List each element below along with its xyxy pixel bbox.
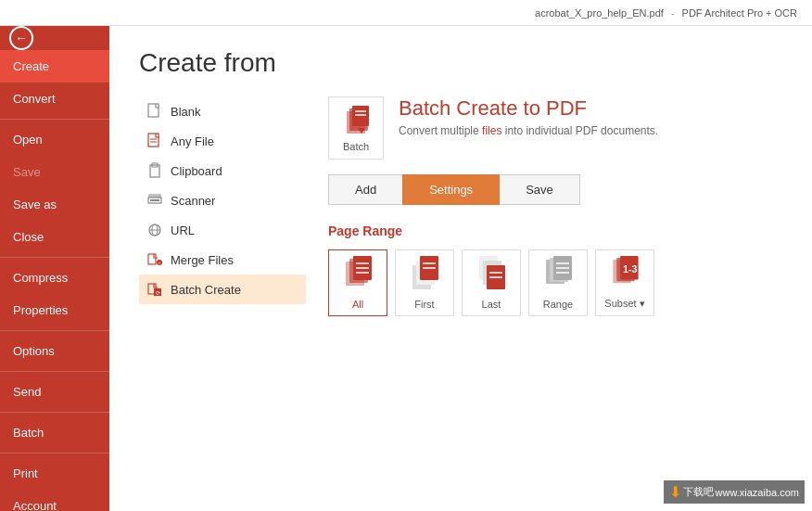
sidebar: ← Create Convert Open Save Save as Close…	[0, 26, 109, 511]
range-all-icon	[341, 256, 374, 295]
batch-desc-before: Convert multiple	[399, 124, 482, 137]
range-all-label: All	[352, 299, 363, 310]
list-label-url: URL	[171, 224, 195, 237]
title-separator: -	[671, 7, 675, 19]
sidebar-divider-3	[0, 330, 109, 331]
list-label-scanner: Scanner	[171, 194, 215, 208]
sidebar-item-create[interactable]: Create	[0, 50, 109, 83]
title-bar: acrobat_X_pro_help_EN.pdf - PDF Architec…	[0, 0, 812, 26]
page-range-title: Page Range	[328, 224, 782, 238]
sidebar-item-open[interactable]: Open	[0, 123, 109, 156]
batch-icon-box: Batch	[328, 96, 384, 160]
watermark-text: 下载吧	[683, 485, 714, 499]
svg-rect-12	[148, 254, 156, 264]
back-button[interactable]: ←	[0, 26, 43, 50]
url-icon	[146, 222, 163, 238]
scanner-icon	[146, 192, 163, 209]
back-arrow-icon: ←	[9, 26, 33, 50]
list-item-clipboard[interactable]: Clipboard	[139, 156, 306, 185]
sidebar-item-options[interactable]: Options	[0, 335, 109, 367]
content-area: Blank Any File Clipboard	[139, 96, 782, 316]
add-button[interactable]: Add	[328, 174, 403, 205]
sidebar-label-send: Send	[13, 385, 41, 399]
svg-text:+: +	[159, 260, 161, 265]
batch-description: Convert multiple files into individual P…	[399, 124, 658, 137]
svg-rect-20	[352, 106, 369, 126]
merge-files-icon: +	[146, 251, 163, 268]
main-content: Create from Blank Any File	[109, 26, 812, 511]
page-range-section: Page Range All	[328, 224, 782, 316]
range-option-subset[interactable]: 1-3 Subset ▾	[595, 249, 654, 316]
sidebar-divider-2	[0, 257, 109, 258]
sidebar-item-print[interactable]: Print	[0, 457, 109, 490]
sidebar-item-send[interactable]: Send	[0, 376, 109, 408]
sidebar-label-account: Account	[13, 499, 57, 511]
toolbar: Add Settings Save	[328, 174, 782, 205]
svg-text:1-3: 1-3	[623, 263, 638, 275]
sidebar-label-properties: Properties	[13, 303, 68, 317]
list-item-blank[interactable]: Blank	[139, 96, 306, 126]
batch-title-section: Batch Create to PDF Convert multiple fil…	[399, 96, 658, 137]
title-product: PDF Architect Pro + OCR	[682, 7, 797, 19]
blank-icon	[146, 103, 163, 120]
page-title: Create from	[139, 48, 782, 78]
sidebar-divider-6	[0, 453, 109, 454]
sidebar-item-compress[interactable]: Compress	[0, 262, 109, 294]
svg-rect-0	[148, 104, 159, 117]
batch-title: Batch Create to PDF	[399, 96, 658, 121]
range-range-icon	[541, 256, 575, 295]
sidebar-item-properties[interactable]: Properties	[0, 294, 109, 326]
title-filename: acrobat_X_pro_help_EN.pdf	[535, 7, 664, 19]
range-first-icon	[408, 256, 441, 295]
sidebar-label-options: Options	[13, 344, 55, 358]
list-label-blank: Blank	[171, 105, 201, 119]
range-option-all[interactable]: All	[328, 249, 387, 316]
sidebar-label-compress: Compress	[13, 271, 68, 285]
range-option-last[interactable]: Last	[462, 249, 521, 316]
batch-header: Batch Batch Create to PDF Convert multip…	[328, 96, 782, 160]
settings-button[interactable]: Settings	[402, 174, 500, 205]
range-option-range[interactable]: Range	[528, 249, 588, 316]
batch-icon-label: Batch	[343, 141, 369, 152]
list-item-url[interactable]: URL	[139, 215, 306, 245]
range-last-icon	[475, 256, 508, 295]
sidebar-item-account[interactable]: Account	[0, 490, 109, 511]
range-option-first[interactable]: First	[395, 249, 454, 316]
range-subset-label: Subset ▾	[604, 298, 644, 310]
list-item-merge-files[interactable]: + Merge Files	[139, 245, 306, 275]
list-label-merge-files: Merge Files	[171, 253, 234, 267]
watermark-icon: ⬇	[669, 483, 681, 501]
list-item-scanner[interactable]: Scanner	[139, 185, 306, 215]
svg-rect-1	[148, 134, 159, 147]
page-range-options: All First	[328, 249, 782, 316]
sidebar-item-convert[interactable]: Convert	[0, 83, 109, 115]
list-label-clipboard: Clipboard	[171, 164, 222, 178]
sidebar-label-convert: Convert	[13, 92, 56, 106]
app-body: ← Create Convert Open Save Save as Close…	[0, 26, 812, 511]
batch-desc-link[interactable]: files	[482, 124, 501, 137]
sidebar-item-close[interactable]: Close	[0, 221, 109, 253]
range-range-label: Range	[543, 299, 573, 310]
list-label-batch-create: Batch Create	[171, 283, 241, 297]
sidebar-label-close: Close	[13, 230, 44, 244]
save-button[interactable]: Save	[499, 174, 580, 205]
range-first-label: First	[414, 299, 434, 310]
sidebar-divider-1	[0, 119, 109, 120]
batch-desc-after: into individual PDF documents.	[501, 124, 658, 137]
sidebar-label-print: Print	[13, 466, 38, 480]
sidebar-label-create: Create	[13, 59, 49, 73]
list-item-any-file[interactable]: Any File	[139, 126, 306, 156]
sidebar-label-save: Save	[13, 165, 41, 179]
batch-create-icon: ⟳	[146, 281, 163, 298]
range-subset-icon: 1-3	[608, 256, 641, 294]
any-file-icon	[146, 133, 163, 149]
list-item-batch-create[interactable]: ⟳ Batch Create	[139, 275, 306, 304]
sidebar-item-save-as[interactable]: Save as	[0, 188, 109, 221]
batch-pdf-icon	[339, 104, 373, 137]
list-label-any-file: Any File	[171, 134, 214, 148]
sidebar-item-batch[interactable]: Batch	[0, 416, 109, 449]
sidebar-divider-5	[0, 412, 109, 413]
sidebar-divider-4	[0, 371, 109, 372]
sidebar-item-save: Save	[0, 156, 109, 188]
svg-text:⟳: ⟳	[156, 290, 160, 296]
